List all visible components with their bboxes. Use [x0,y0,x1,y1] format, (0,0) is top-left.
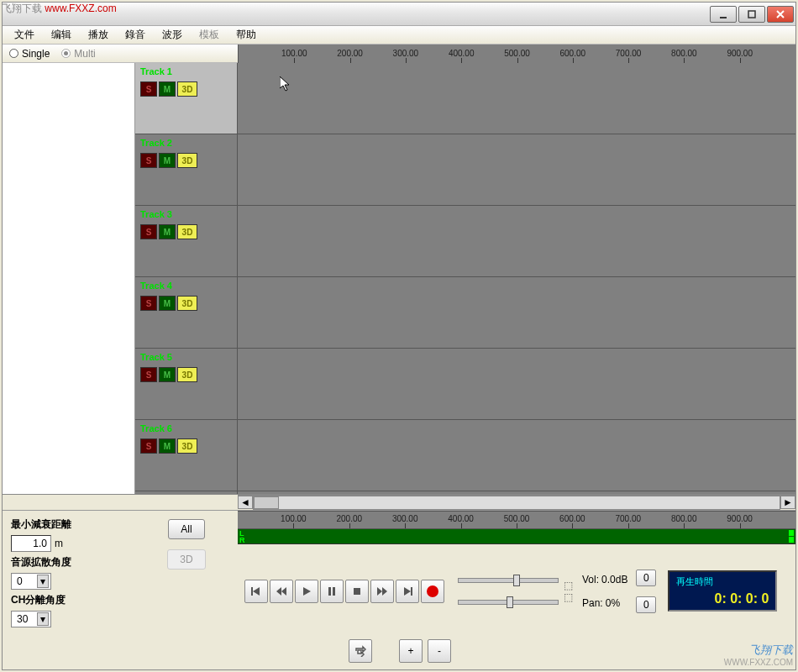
track-name: Track 1 [140,66,232,76]
min-decay-unit: m [55,538,63,549]
track-lane[interactable] [238,277,795,349]
solo-button[interactable]: S [140,153,157,168]
track-lanes[interactable] [238,63,795,494]
titlebar [3,3,795,26]
solo-button[interactable]: S [140,438,157,454]
rewind-button[interactable] [270,580,293,603]
radio-single[interactable]: Single [9,48,50,60]
solo-button[interactable]: S [140,224,157,239]
svg-rect-6 [411,587,412,596]
pan-zero-button[interactable]: 0 [636,596,656,613]
menu-edit[interactable]: 编辑 [43,26,80,44]
track-3d-button[interactable]: 3D [177,367,197,382]
volume-slider[interactable] [458,578,559,583]
radio-multi[interactable]: Multi [61,48,95,60]
transport-area: 100.00200.00300.00400.00500.00600.00700.… [238,511,795,669]
level-meters: L R [238,529,795,544]
scroll-right-button[interactable]: ► [780,496,795,509]
track-lane[interactable] [238,349,795,420]
track-3d-button[interactable]: 3D [177,81,197,97]
track-3d-button[interactable]: 3D [177,296,197,311]
close-button[interactable] [767,6,794,23]
track-header[interactable]: Track 2 S M 3D [135,134,237,206]
vol-readout: Vol: 0.0dB [582,574,627,585]
track-3d-button[interactable]: 3D [177,153,197,168]
time-value: 0: 0: 0: 0 [676,591,769,606]
min-decay-label: 最小減衰距離 [11,517,127,532]
mid-buttons: All 3D [135,511,238,669]
svg-rect-4 [333,587,335,596]
track-name: Track 6 [140,423,232,433]
menubar: 文件 编辑 播放 錄音 波形 模板 帮助 [3,26,795,45]
track-header[interactable]: Track 5 S M 3D [135,349,237,420]
menu-help[interactable]: 帮助 [228,26,265,44]
track-lane[interactable] [238,206,795,277]
pan-readout: Pan: 0% [582,597,627,609]
timeline-ruler-top[interactable]: 100.00200.00300.00400.00500.00600.00700.… [238,45,795,63]
mode-bar: Single Multi 100.00200.00300.00400.00500… [3,45,795,63]
vol-zero-button[interactable]: 0 [636,570,656,586]
mute-button[interactable]: M [159,367,176,382]
goto-end-button[interactable] [396,580,419,603]
track-3d-button[interactable]: 3D [177,438,197,454]
zoom-out-button[interactable]: - [428,639,451,663]
track-lane[interactable] [238,420,795,491]
stop-button[interactable] [345,580,369,603]
solo-button[interactable]: S [140,296,157,311]
mute-button[interactable]: M [159,296,176,311]
track-3d-button[interactable]: 3D [177,224,197,239]
forward-button[interactable] [370,580,394,603]
scroll-thumb[interactable] [254,496,279,509]
track-header[interactable]: Track 4 S M 3D [135,277,237,349]
menu-wave[interactable]: 波形 [154,26,191,44]
chsep-combo[interactable]: 30▾ [11,611,51,627]
time-display: 再生時間 0: 0: 0: 0 [668,570,777,612]
3d-button[interactable]: 3D [167,549,205,570]
minimize-button[interactable] [710,6,737,23]
all-button[interactable]: All [168,519,204,539]
play-button[interactable] [295,580,318,603]
left-panel [3,63,135,494]
menu-template[interactable]: 模板 [191,26,228,44]
horizontal-scrollbar[interactable]: ◄ ► [238,495,795,510]
zoom-in-button[interactable]: + [399,639,423,663]
svg-rect-3 [328,587,331,596]
menu-play[interactable]: 播放 [80,26,117,44]
scroll-track[interactable] [253,496,780,510]
watermark-bottom: 飞翔下载 WWW.FXXZ.COM [724,643,793,667]
track-header[interactable]: Track 1 S M 3D [135,63,237,134]
solo-button[interactable]: S [140,81,157,97]
track-lane[interactable] [238,134,795,206]
watermark-top: 飞翔下载 www.FXXZ.com [2,2,117,16]
timeline-ruler-bottom[interactable]: 100.00200.00300.00400.00500.00600.00700.… [238,511,795,529]
track-header[interactable]: Track 6 S M 3D [135,420,237,491]
meter-l-clip [789,530,794,536]
pan-slider[interactable] [458,600,559,605]
mute-button[interactable]: M [159,224,176,239]
bottom-panel: 最小減衰距離 m 音源拡散角度 0▾ CH分離角度 30▾ All 3D [3,510,795,669]
spread-label: 音源拡散角度 [11,555,127,570]
mute-button[interactable]: M [159,81,176,97]
pause-button[interactable] [320,580,344,603]
loop-button[interactable] [349,639,372,663]
goto-start-button[interactable] [244,580,268,603]
spread-combo[interactable]: 0▾ [11,573,51,590]
track-name: Track 4 [140,281,232,291]
maximize-button[interactable] [738,6,765,23]
main-area: Track 1 S M 3D Track 2 S M 3D Track 3 S … [3,63,795,495]
watermark-link[interactable]: www.FXXZ.com [45,3,116,14]
solo-button[interactable]: S [140,367,157,382]
min-decay-input[interactable] [11,535,51,552]
scroll-left-button[interactable]: ◄ [238,496,253,509]
track-lane[interactable] [238,63,795,134]
svg-rect-1 [748,11,755,18]
menu-file[interactable]: 文件 [6,26,43,44]
chsep-label: CH分離角度 [11,593,127,607]
meter-r-label: R [239,536,245,544]
track-header[interactable]: Track 3 S M 3D [135,206,237,277]
time-title: 再生時間 [676,575,769,588]
mute-button[interactable]: M [159,438,176,454]
menu-record[interactable]: 錄音 [117,26,154,44]
mute-button[interactable]: M [159,153,176,168]
record-button[interactable] [421,580,444,603]
